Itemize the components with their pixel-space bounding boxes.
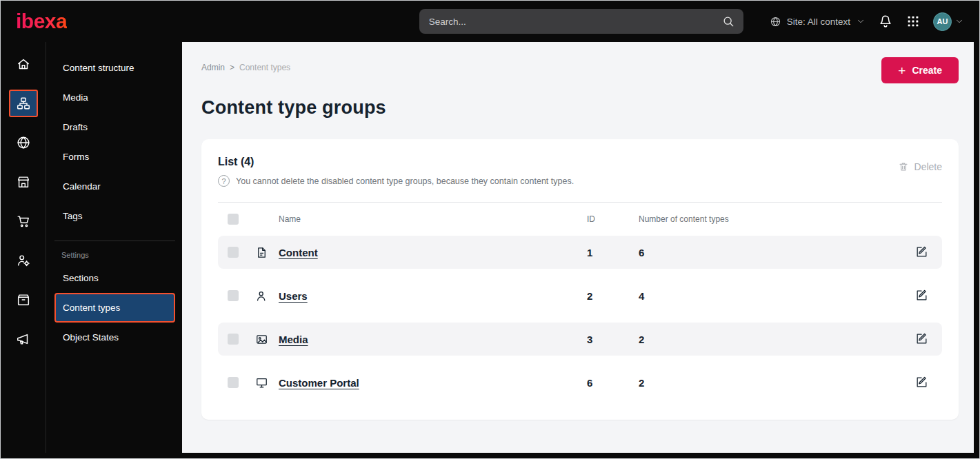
sidebar-item-sections[interactable]: Sections xyxy=(54,263,175,293)
nav-storefront-button[interactable] xyxy=(9,168,38,196)
topbar-right-cluster: Site: All context AU xyxy=(770,12,964,31)
row-checkbox[interactable] xyxy=(228,377,239,388)
column-header-id: ID xyxy=(587,214,639,224)
settings-heading: Settings xyxy=(54,251,175,263)
user-menu[interactable]: AU xyxy=(933,12,964,31)
row-checkbox[interactable] xyxy=(228,247,239,258)
trash-icon xyxy=(898,161,909,172)
nav-content-structure-button[interactable] xyxy=(9,90,38,117)
user-icon xyxy=(255,289,268,303)
card-header: List (4) ? You cannot delete the disable… xyxy=(218,156,942,187)
row-checkbox[interactable] xyxy=(228,290,239,301)
site-context-selector[interactable]: Site: All context xyxy=(770,16,866,28)
breadcrumb: Admin > Content types xyxy=(201,57,290,72)
delete-button-label: Delete xyxy=(914,161,942,172)
cart-icon xyxy=(16,214,31,229)
sidebar-item-media[interactable]: Media xyxy=(54,83,175,112)
edit-button[interactable] xyxy=(914,289,928,303)
question-icon: ? xyxy=(218,175,230,187)
avatar: AU xyxy=(933,12,952,31)
page-title: Content type groups xyxy=(201,97,959,119)
nav-home-button[interactable] xyxy=(9,50,38,78)
edit-icon xyxy=(915,289,928,302)
breadcrumb-current: Content types xyxy=(239,63,290,72)
globe-icon xyxy=(770,16,781,28)
app-switcher-button[interactable] xyxy=(906,14,921,29)
sidebar-item-tags[interactable]: Tags xyxy=(54,201,175,231)
edit-icon xyxy=(915,376,928,389)
group-id: 3 xyxy=(587,334,639,345)
row-checkbox[interactable] xyxy=(228,334,239,345)
create-button[interactable]: + Create xyxy=(881,57,959,83)
group-name-link[interactable]: Users xyxy=(279,290,587,302)
nav-site-button[interactable] xyxy=(9,129,38,156)
content-type-groups-table: Name ID Number of content types Conten xyxy=(218,202,942,399)
site-context-label: Site: All context xyxy=(787,17,850,27)
group-name-link[interactable]: Customer Portal xyxy=(279,377,587,389)
global-search xyxy=(419,9,743,34)
grid-icon xyxy=(906,14,921,29)
breadcrumb-root[interactable]: Admin xyxy=(201,63,225,72)
topbar: ibexa Site: All context xyxy=(1,1,979,42)
storefront-icon xyxy=(16,174,31,190)
edit-button[interactable] xyxy=(914,245,928,259)
edit-icon xyxy=(915,332,928,345)
menu-sidebar: Content structure Media Drafts Forms Cal… xyxy=(46,42,182,453)
group-count: 4 xyxy=(639,290,914,302)
bell-icon xyxy=(878,14,893,29)
group-id: 2 xyxy=(587,290,639,302)
chevron-down-icon xyxy=(954,17,964,26)
sidebar-item-calendar[interactable]: Calendar xyxy=(54,172,175,201)
user-gear-icon xyxy=(16,253,31,268)
group-name-link[interactable]: Content xyxy=(279,247,587,258)
edit-button[interactable] xyxy=(914,376,928,389)
megaphone-icon xyxy=(16,332,31,347)
edit-button[interactable] xyxy=(914,332,928,346)
chevron-down-icon xyxy=(856,17,866,26)
nav-commerce-button[interactable] xyxy=(9,207,38,235)
table-body: Content 1 6 xyxy=(218,236,942,399)
notifications-button[interactable] xyxy=(878,14,893,29)
content-type-groups-card: List (4) ? You cannot delete the disable… xyxy=(201,139,959,420)
info-line: ? You cannot delete the disabled content… xyxy=(218,175,574,187)
sitemap-icon xyxy=(16,96,31,111)
sidebar-item-content-structure[interactable]: Content structure xyxy=(54,53,175,83)
main-header: Admin > Content types + Create xyxy=(201,57,959,83)
table-row: Users 2 4 xyxy=(218,279,942,312)
plus-icon: + xyxy=(898,64,906,77)
info-text: You cannot delete the disabled content t… xyxy=(236,176,574,186)
nav-marketing-button[interactable] xyxy=(9,325,38,353)
main-content: Admin > Content types + Create Content t… xyxy=(182,42,974,453)
page-icon xyxy=(255,246,268,259)
group-id: 6 xyxy=(587,377,639,389)
card-header-left: List (4) ? You cannot delete the disable… xyxy=(218,156,574,187)
nav-catalog-button[interactable] xyxy=(9,286,38,314)
table-header-row: Name ID Number of content types xyxy=(218,203,942,236)
group-name-link[interactable]: Media xyxy=(279,334,587,345)
sidebar-item-object-states[interactable]: Object States xyxy=(54,323,175,352)
nav-user-settings-button[interactable] xyxy=(9,247,38,274)
settings-section: Settings Sections Content types Object S… xyxy=(54,241,175,352)
table-row: Content 1 6 xyxy=(218,236,942,269)
search-input[interactable] xyxy=(419,9,743,34)
sidebar-item-content-types[interactable]: Content types xyxy=(54,293,175,323)
column-header-count: Number of content types xyxy=(639,214,914,224)
home-icon xyxy=(16,57,31,72)
sidebar-item-forms[interactable]: Forms xyxy=(54,142,175,172)
select-all-checkbox[interactable] xyxy=(228,214,239,225)
column-header-name: Name xyxy=(279,214,587,224)
ibexa-logo[interactable]: ibexa xyxy=(16,11,67,32)
group-count: 2 xyxy=(639,377,914,389)
search-icon xyxy=(721,14,735,28)
sidebar-item-drafts[interactable]: Drafts xyxy=(54,112,175,142)
group-count: 6 xyxy=(639,247,914,258)
app-window: ibexa Site: All context xyxy=(0,0,980,459)
group-id: 1 xyxy=(587,247,639,258)
image-icon xyxy=(255,333,268,346)
group-count: 2 xyxy=(639,334,914,345)
delete-button[interactable]: Delete xyxy=(898,161,942,172)
monitor-icon xyxy=(255,376,268,389)
create-button-label: Create xyxy=(912,65,942,76)
body: Content structure Media Drafts Forms Cal… xyxy=(1,42,979,458)
globe-icon xyxy=(16,135,31,150)
